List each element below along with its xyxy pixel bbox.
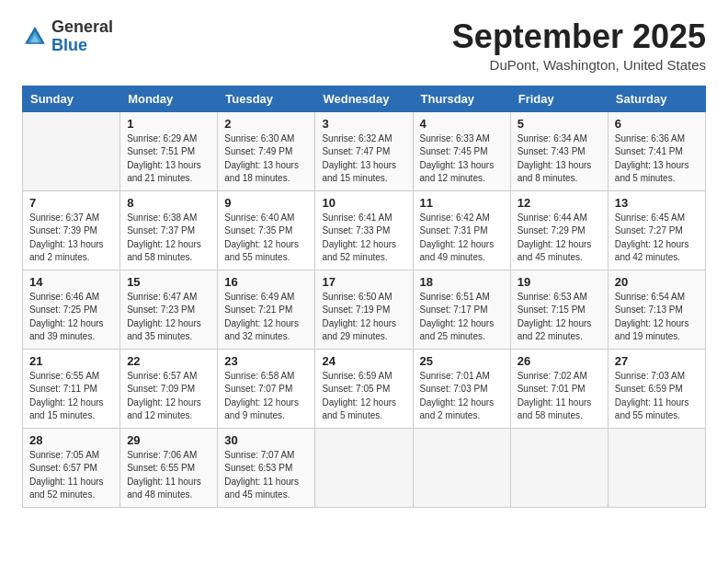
day-number: 22 [127,354,210,368]
calendar-cell: 22Sunrise: 6:57 AM Sunset: 7:09 PM Dayli… [120,349,218,428]
day-number: 14 [29,275,113,289]
day-number: 29 [127,433,210,447]
day-number: 23 [224,354,308,368]
day-info: Sunrise: 6:58 AM Sunset: 7:07 PM Dayligh… [224,370,308,423]
calendar-cell: 17Sunrise: 6:50 AM Sunset: 7:19 PM Dayli… [315,270,413,349]
calendar-cell: 24Sunrise: 6:59 AM Sunset: 7:05 PM Dayli… [315,349,413,428]
calendar-cell: 5Sunrise: 6:34 AM Sunset: 7:43 PM Daylig… [510,111,608,190]
day-info: Sunrise: 6:36 AM Sunset: 7:41 PM Dayligh… [615,132,699,186]
calendar-cell: 30Sunrise: 7:07 AM Sunset: 6:53 PM Dayli… [218,428,315,507]
day-number: 18 [420,275,504,289]
day-info: Sunrise: 6:44 AM Sunset: 7:29 PM Dayligh… [518,212,601,265]
calendar-cell: 15Sunrise: 6:47 AM Sunset: 7:23 PM Dayli… [120,270,218,349]
day-number: 5 [518,117,601,131]
day-info: Sunrise: 6:37 AM Sunset: 7:39 PM Dayligh… [29,212,113,265]
calendar-cell: 2Sunrise: 6:30 AM Sunset: 7:49 PM Daylig… [218,111,315,190]
calendar-cell: 27Sunrise: 7:03 AM Sunset: 6:59 PM Dayli… [608,349,705,428]
calendar-cell [23,111,120,190]
day-info: Sunrise: 6:32 AM Sunset: 7:47 PM Dayligh… [322,132,405,186]
calendar-cell: 1Sunrise: 6:29 AM Sunset: 7:51 PM Daylig… [120,111,218,190]
calendar-cell [413,428,510,507]
calendar-cell: 26Sunrise: 7:02 AM Sunset: 7:01 PM Dayli… [510,349,608,428]
day-info: Sunrise: 6:53 AM Sunset: 7:15 PM Dayligh… [518,291,601,344]
calendar-cell: 10Sunrise: 6:41 AM Sunset: 7:33 PM Dayli… [315,190,413,270]
day-info: Sunrise: 6:54 AM Sunset: 7:13 PM Dayligh… [615,291,699,344]
calendar-cell: 19Sunrise: 6:53 AM Sunset: 7:15 PM Dayli… [510,270,608,349]
day-info: Sunrise: 6:38 AM Sunset: 7:37 PM Dayligh… [127,212,210,265]
day-info: Sunrise: 6:59 AM Sunset: 7:05 PM Dayligh… [322,370,405,423]
calendar-cell: 16Sunrise: 6:49 AM Sunset: 7:21 PM Dayli… [218,270,315,349]
day-number: 3 [322,117,405,131]
day-info: Sunrise: 6:50 AM Sunset: 7:19 PM Dayligh… [322,291,405,344]
day-number: 19 [518,275,601,289]
day-number: 6 [615,117,699,131]
calendar-cell: 25Sunrise: 7:01 AM Sunset: 7:03 PM Dayli… [413,349,510,428]
day-info: Sunrise: 6:49 AM Sunset: 7:21 PM Dayligh… [224,291,308,344]
calendar-cell: 23Sunrise: 6:58 AM Sunset: 7:07 PM Dayli… [218,349,315,428]
calendar-cell: 9Sunrise: 6:40 AM Sunset: 7:35 PM Daylig… [218,190,315,270]
logo: General Blue [22,18,113,55]
day-header-wednesday: Wednesday [315,86,413,111]
day-number: 26 [518,354,601,368]
day-info: Sunrise: 7:01 AM Sunset: 7:03 PM Dayligh… [420,370,504,423]
calendar-cell: 18Sunrise: 6:51 AM Sunset: 7:17 PM Dayli… [413,270,510,349]
day-header-thursday: Thursday [413,86,510,111]
day-info: Sunrise: 7:06 AM Sunset: 6:55 PM Dayligh… [127,449,210,502]
calendar-cell: 12Sunrise: 6:44 AM Sunset: 7:29 PM Dayli… [510,190,608,270]
calendar-cell: 7Sunrise: 6:37 AM Sunset: 7:39 PM Daylig… [23,190,120,270]
logo-general-text: General [51,17,113,36]
day-number: 17 [322,275,405,289]
day-info: Sunrise: 7:02 AM Sunset: 7:01 PM Dayligh… [518,370,601,423]
day-info: Sunrise: 6:55 AM Sunset: 7:11 PM Dayligh… [29,370,113,423]
day-info: Sunrise: 7:05 AM Sunset: 6:57 PM Dayligh… [29,449,113,502]
day-number: 9 [224,196,308,210]
day-number: 15 [127,275,210,289]
day-header-sunday: Sunday [23,86,120,111]
calendar-header-row: SundayMondayTuesdayWednesdayThursdayFrid… [23,86,706,111]
calendar-week-row: 21Sunrise: 6:55 AM Sunset: 7:11 PM Dayli… [23,349,706,428]
calendar-week-row: 7Sunrise: 6:37 AM Sunset: 7:39 PM Daylig… [23,190,706,270]
calendar-cell [608,428,705,507]
calendar-cell [315,428,413,507]
day-info: Sunrise: 6:30 AM Sunset: 7:49 PM Dayligh… [224,132,308,186]
day-number: 1 [127,117,210,131]
day-number: 24 [322,354,405,368]
day-info: Sunrise: 6:57 AM Sunset: 7:09 PM Dayligh… [127,370,210,423]
day-info: Sunrise: 6:41 AM Sunset: 7:33 PM Dayligh… [322,212,405,265]
calendar-table: SundayMondayTuesdayWednesdayThursdayFrid… [22,86,706,508]
title-block: September 2025 DuPont, Washington, Unite… [452,18,706,73]
calendar-cell: 29Sunrise: 7:06 AM Sunset: 6:55 PM Dayli… [120,428,218,507]
day-number: 4 [420,117,504,131]
day-number: 10 [322,196,405,210]
calendar-cell: 3Sunrise: 6:32 AM Sunset: 7:47 PM Daylig… [315,111,413,190]
day-number: 28 [29,433,113,447]
day-info: Sunrise: 7:07 AM Sunset: 6:53 PM Dayligh… [224,449,308,502]
day-info: Sunrise: 6:33 AM Sunset: 7:45 PM Dayligh… [420,132,504,186]
day-info: Sunrise: 6:51 AM Sunset: 7:17 PM Dayligh… [420,291,504,344]
day-number: 27 [615,354,699,368]
day-info: Sunrise: 6:29 AM Sunset: 7:51 PM Dayligh… [127,132,210,186]
day-number: 2 [224,117,308,131]
day-info: Sunrise: 6:46 AM Sunset: 7:25 PM Dayligh… [29,291,113,344]
day-number: 21 [29,354,113,368]
location-text: DuPont, Washington, United States [452,57,706,73]
calendar-week-row: 28Sunrise: 7:05 AM Sunset: 6:57 PM Dayli… [23,428,706,507]
calendar-week-row: 1Sunrise: 6:29 AM Sunset: 7:51 PM Daylig… [23,111,706,190]
day-info: Sunrise: 6:47 AM Sunset: 7:23 PM Dayligh… [127,291,210,344]
calendar-cell: 6Sunrise: 6:36 AM Sunset: 7:41 PM Daylig… [608,111,705,190]
calendar-cell: 20Sunrise: 6:54 AM Sunset: 7:13 PM Dayli… [608,270,705,349]
day-number: 25 [420,354,504,368]
page-header: General Blue September 2025 DuPont, Wash… [22,18,706,73]
calendar-cell: 28Sunrise: 7:05 AM Sunset: 6:57 PM Dayli… [23,428,120,507]
day-header-tuesday: Tuesday [218,86,315,111]
day-number: 8 [127,196,210,210]
calendar-cell: 13Sunrise: 6:45 AM Sunset: 7:27 PM Dayli… [608,190,705,270]
day-info: Sunrise: 6:45 AM Sunset: 7:27 PM Dayligh… [615,212,699,265]
calendar-week-row: 14Sunrise: 6:46 AM Sunset: 7:25 PM Dayli… [23,270,706,349]
calendar-cell: 14Sunrise: 6:46 AM Sunset: 7:25 PM Dayli… [23,270,120,349]
calendar-cell: 11Sunrise: 6:42 AM Sunset: 7:31 PM Dayli… [413,190,510,270]
day-number: 30 [224,433,308,447]
calendar-cell: 21Sunrise: 6:55 AM Sunset: 7:11 PM Dayli… [23,349,120,428]
day-info: Sunrise: 6:34 AM Sunset: 7:43 PM Dayligh… [518,132,601,186]
day-number: 13 [615,196,699,210]
